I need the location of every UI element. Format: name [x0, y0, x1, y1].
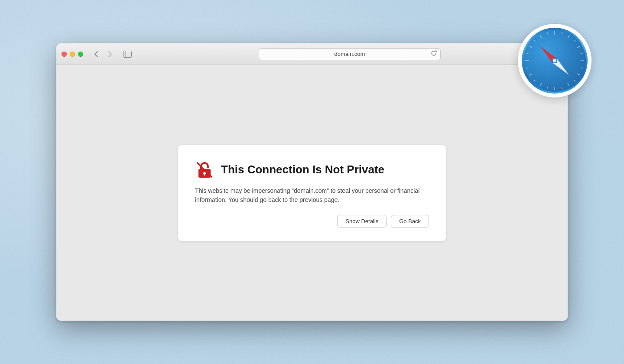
svg-line-4 [577, 46, 580, 48]
svg-line-9 [574, 80, 576, 82]
minimize-button[interactable] [70, 52, 75, 57]
sidebar-icon [123, 51, 132, 58]
address-bar-container: domain.com [137, 48, 562, 60]
error-description: This website may be impersonating “domai… [195, 186, 429, 205]
address-bar[interactable]: domain.com [259, 48, 441, 60]
svg-line-14 [540, 83, 542, 86]
svg-line-5 [581, 53, 583, 53]
svg-line-16 [529, 74, 532, 75]
not-secure-lock-icon [195, 160, 214, 179]
show-details-button[interactable]: Show Details [337, 215, 387, 228]
error-title: This Connection Is Not Private [221, 163, 384, 176]
browser-toolbar: domain.com [56, 43, 568, 65]
reload-button[interactable] [431, 50, 437, 58]
error-card: This Connection Is Not Private This webs… [178, 145, 446, 241]
browser-window: domain.com [56, 43, 568, 321]
content-area: This Connection Is Not Private This webs… [56, 65, 568, 321]
svg-line-10 [568, 83, 569, 86]
nav-buttons [90, 49, 116, 59]
svg-line-19 [526, 53, 528, 53]
safari-compass-svg [522, 28, 588, 94]
svg-line-22 [540, 35, 542, 38]
svg-line-1 [562, 32, 562, 34]
svg-line-8 [577, 74, 580, 75]
svg-line-21 [534, 40, 536, 42]
sidebar-toggle-button[interactable] [121, 49, 133, 59]
svg-line-23 [547, 32, 547, 34]
error-header: This Connection Is Not Private [195, 160, 429, 179]
forward-icon [108, 51, 112, 58]
back-button[interactable] [90, 49, 102, 59]
svg-rect-32 [204, 173, 205, 176]
url-display: domain.com [335, 51, 365, 57]
traffic-lights [62, 52, 83, 57]
svg-line-17 [526, 68, 528, 68]
svg-line-7 [581, 68, 583, 68]
svg-rect-27 [124, 51, 132, 57]
svg-point-26 [553, 59, 556, 62]
close-button[interactable] [62, 52, 67, 57]
svg-line-11 [562, 87, 562, 89]
svg-line-2 [568, 35, 569, 38]
error-actions: Show Details Go Back [195, 215, 429, 228]
svg-line-3 [574, 40, 576, 42]
reload-icon [431, 50, 437, 56]
forward-button[interactable] [104, 49, 116, 59]
svg-line-20 [529, 46, 532, 48]
svg-line-15 [534, 80, 536, 82]
back-icon [94, 51, 98, 58]
go-back-button[interactable]: Go Back [391, 215, 429, 228]
maximize-button[interactable] [78, 52, 83, 57]
safari-logo [518, 24, 592, 98]
svg-line-13 [547, 87, 547, 89]
